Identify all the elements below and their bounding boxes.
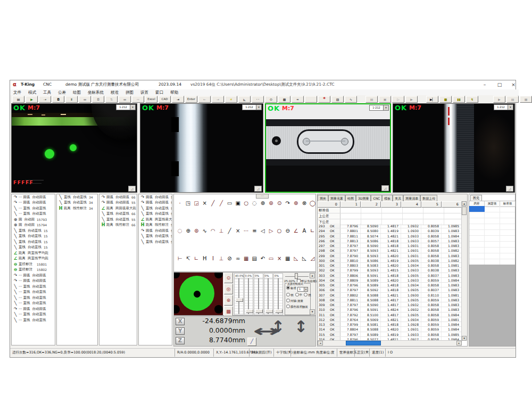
list-item[interactable]: ╲直线自动直线55: [99, 217, 137, 223]
measure-tool-icon[interactable]: ⊥: [218, 228, 225, 234]
results-tab[interactable]: 测光: [318, 195, 328, 201]
table-row[interactable]: 303OK 7.8806 8.5091 1.4818 1.0935 0.8037…: [318, 273, 462, 278]
measure-tool-icon[interactable]: ▦: [285, 256, 291, 261]
toolbar-button[interactable]: ▤: [12, 96, 24, 103]
results-tab[interactable]: 绘图: [345, 195, 356, 201]
table-row[interactable]: 293OK 7.8796 8.5090 1.4817 1.0932 0.8058…: [318, 224, 462, 228]
toolbar-button[interactable]: ↯: [466, 96, 478, 103]
radio-icon[interactable]: [286, 304, 290, 308]
measure-tool-icon[interactable]: ◺: [301, 256, 307, 261]
toolbar-button[interactable]: ▶: [26, 96, 38, 103]
menu-item[interactable]: 拼图: [126, 90, 134, 95]
toolbar-button[interactable]: - -: [252, 96, 264, 103]
light-channel-slider[interactable]: 0.0%: [244, 273, 254, 315]
measure-tool-icon[interactable]: ◲: [193, 200, 200, 206]
scroll-down-icon[interactable]: ▼: [462, 336, 467, 341]
measure-tool-icon[interactable]: ⊕: [293, 200, 299, 206]
list-item[interactable]: ↷圆弧自动圆弧55: [139, 194, 172, 200]
measure-tool-icon[interactable]: ◿: [310, 256, 316, 261]
slider-track[interactable]: [254, 278, 263, 314]
results-tab[interactable]: 3D测量: [356, 195, 371, 201]
ring-light-corner[interactable]: [174, 273, 180, 278]
measure-tool-icon[interactable]: ⊘: [227, 256, 233, 261]
list-item[interactable]: ╲直线自动直线15: [12, 234, 55, 240]
table-row[interactable]: 308OK 7.8811 8.5088 1.4817 1.0935 0.8059…: [318, 298, 462, 302]
menu-item[interactable]: 窗口: [155, 90, 163, 95]
results-tab[interactable]: 测量元素: [328, 195, 345, 201]
light-channel-slider[interactable]: 0%: [264, 273, 273, 315]
light-segment-button[interactable]: ⊙: [224, 273, 233, 283]
list-item[interactable]: ╲直线自动直线34: [57, 194, 97, 200]
list-item[interactable]: ↷⋯ 圆弧自动圆弧: [12, 278, 55, 284]
measure-tool-icon[interactable]: ⊛: [268, 200, 275, 206]
table-row[interactable]: 302OK 7.8799 8.5093 1.4815 1.0933 0.8038…: [318, 268, 462, 273]
toolbar-button[interactable]: →: [212, 96, 224, 103]
toolbar-button[interactable]: ▦: [520, 96, 532, 103]
table-column-header[interactable]: 6: [442, 201, 462, 208]
measure-tool-icon[interactable]: A: [301, 228, 307, 234]
measure-tool-icon[interactable]: ×: [235, 228, 241, 234]
measure-tool-icon[interactable]: ╱: [227, 228, 233, 234]
chevron-down-icon[interactable]: ▾: [508, 104, 513, 110]
slider-thumb[interactable]: [275, 309, 282, 313]
toolbar-button[interactable]: ⊙: [265, 96, 277, 103]
slider-thumb[interactable]: [255, 309, 263, 313]
measure-tool-icon[interactable]: ▷: [268, 228, 275, 234]
list-item[interactable]: ↷圆弧自动圆弧66: [99, 194, 137, 200]
measure-tool-icon[interactable]: ◌: [177, 228, 183, 234]
measure-tool-icon[interactable]: ⊖: [285, 228, 291, 234]
measure-tool-icon[interactable]: ▤: [251, 256, 257, 261]
chevron-down-icon[interactable]: ▾: [130, 104, 136, 110]
table-row[interactable]: 305OK 7.8796 8.5089 1.4818 1.0934 0.8058…: [318, 283, 462, 287]
light-intensity-radio[interactable]: 中: [295, 293, 303, 297]
element-panel-tab[interactable]: 图元: [470, 195, 482, 201]
measure-tool-icon[interactable]: I: [210, 256, 216, 261]
table-row[interactable]: 307OK 7.8802 8.5088 1.4821 1.0930 0.8110…: [318, 293, 462, 298]
results-tab[interactable]: CNC: [371, 195, 382, 201]
list-item[interactable]: ∠距离两直线平均距: [12, 250, 55, 256]
selected-cell[interactable]: [469, 206, 485, 212]
menu-item[interactable]: 模式: [28, 90, 36, 95]
list-item[interactable]: H距离线性标注66: [99, 223, 137, 228]
toolbar-button[interactable]: ⇨: [132, 96, 144, 103]
measure-tool-icon[interactable]: ×: [202, 200, 208, 206]
table-row[interactable]: 296OK 7.8813 8.5086 1.4818 1.0933 0.8057…: [318, 238, 462, 243]
toolbar-button[interactable]: ▶: [493, 96, 505, 103]
light-channel-slider[interactable]: 0%: [273, 273, 283, 315]
camera3-range-select[interactable]: 1-212: [369, 105, 384, 111]
toolbar-button[interactable]: ∿: [345, 96, 357, 103]
slider-thumb[interactable]: [236, 298, 243, 302]
measure-tool-icon[interactable]: ∟: [310, 228, 316, 234]
list-item[interactable]: ╲直线自动直线55: [139, 239, 172, 245]
vertical-scroll-thumb[interactable]: [462, 207, 467, 215]
measure-tool-icon[interactable]: ▦: [243, 256, 250, 261]
tolerance-row[interactable]: 上公差: [318, 213, 462, 219]
toolbar-button[interactable]: ▷: [392, 96, 404, 103]
slider-track[interactable]: [235, 278, 243, 314]
results-tab[interactable]: 夹具: [393, 195, 403, 201]
table-column-header[interactable]: 1: [340, 201, 361, 208]
toolbar-button[interactable]: ◘: [52, 96, 64, 103]
speed-status[interactable]: 速度(1): [369, 349, 384, 357]
camera-view-1[interactable]: OK M:7 FFFFF 1-212▾ ◿: [11, 103, 137, 193]
ring-light-corner[interactable]: [214, 305, 223, 314]
list-item[interactable]: H距离线性标注34: [57, 205, 97, 211]
toolbar-button[interactable]: ⇥: [172, 96, 184, 103]
camera-view-3-selected[interactable]: OK M:7 1-212▾ ◿: [265, 103, 391, 193]
toolbar-button[interactable]: ←: [198, 96, 211, 103]
table-row[interactable]: 310OK 7.8796 8.5091 1.4824 1.0932 0.8058…: [318, 307, 462, 312]
measure-tool-icon[interactable]: ▭: [268, 256, 275, 261]
light-segment-button[interactable]: ▩: [224, 306, 233, 317]
list-item[interactable]: ↷⋯ 圆弧自动圆弧: [12, 306, 55, 312]
scroll-up-icon[interactable]: ▲: [310, 273, 315, 278]
close-button[interactable]: ×: [507, 81, 520, 88]
measure-tool-icon[interactable]: ⊕: [260, 200, 266, 206]
toolbar-button[interactable]: ⇢: [39, 96, 51, 103]
slider-track[interactable]: [264, 278, 273, 314]
chevron-down-icon[interactable]: ▾: [256, 104, 262, 110]
camera4-range-select[interactable]: 1-212: [494, 104, 508, 110]
camera1-resize-corner[interactable]: ◿: [128, 186, 136, 192]
camera2-range-select[interactable]: 1-212: [242, 104, 256, 110]
toolbar-button[interactable]: ▶: [405, 96, 418, 103]
light-intensity-radio[interactable]: 强: [304, 293, 311, 297]
